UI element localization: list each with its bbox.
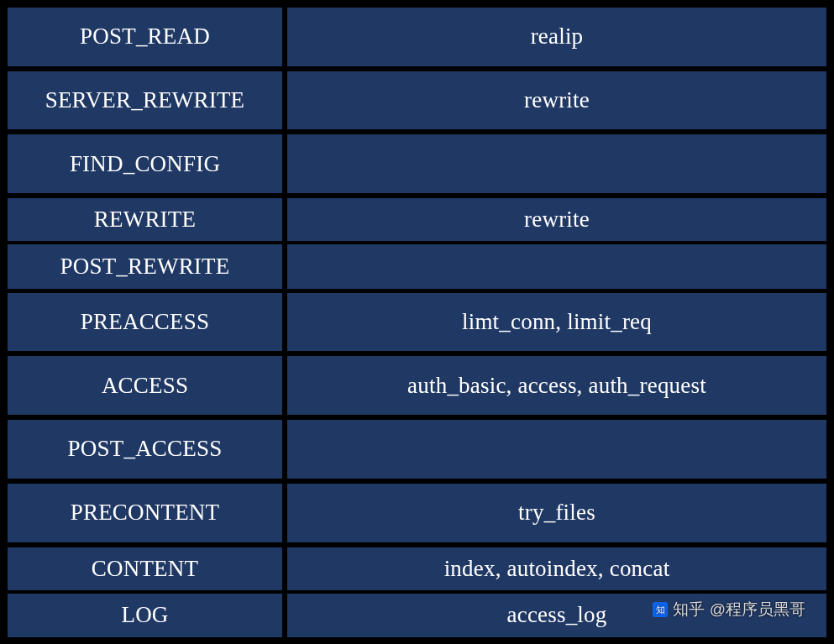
- phase-module-table: POST_READ realip SERVER_REWRITE rewrite …: [0, 0, 834, 644]
- table-row: POST_READ realip: [5, 5, 829, 69]
- phase-cell: SERVER_REWRITE: [5, 69, 285, 133]
- phase-cell: POST_ACCESS: [5, 417, 285, 481]
- phase-cell: PREACCESS: [5, 291, 285, 354]
- module-cell: access_log: [285, 592, 829, 639]
- phase-cell: FIND_CONFIG: [5, 132, 285, 196]
- phase-cell: LOG: [5, 592, 285, 639]
- table-row: PREACCESS limt_conn, limit_req: [5, 291, 829, 354]
- phase-cell: POST_READ: [5, 5, 285, 69]
- table-row: REWRITE rewrite: [5, 196, 829, 243]
- module-cell: [285, 417, 829, 481]
- phase-cell: ACCESS: [5, 353, 285, 417]
- module-cell: [285, 243, 829, 290]
- table-row: POST_REWRITE: [5, 243, 829, 290]
- module-cell: try_files: [285, 481, 829, 545]
- table-row: SERVER_REWRITE rewrite: [5, 69, 829, 133]
- table-row: PRECONTENT try_files: [5, 481, 829, 545]
- module-cell: rewrite: [285, 69, 829, 133]
- phase-cell: REWRITE: [5, 196, 285, 243]
- module-cell: limt_conn, limit_req: [285, 291, 829, 354]
- module-cell: [285, 132, 829, 196]
- module-cell: realip: [285, 5, 829, 69]
- module-cell: auth_basic, access, auth_request: [285, 353, 829, 417]
- phase-cell: CONTENT: [5, 545, 285, 592]
- phase-cell: POST_REWRITE: [5, 243, 285, 290]
- module-cell: rewrite: [285, 196, 829, 243]
- phase-cell: PRECONTENT: [5, 481, 285, 545]
- table-row: CONTENT index, autoindex, concat: [5, 545, 829, 592]
- table-row: ACCESS auth_basic, access, auth_request: [5, 353, 829, 417]
- table-row: LOG access_log: [5, 592, 829, 639]
- module-cell: index, autoindex, concat: [285, 545, 829, 592]
- table-row: FIND_CONFIG: [5, 132, 829, 196]
- table-row: POST_ACCESS: [5, 417, 829, 481]
